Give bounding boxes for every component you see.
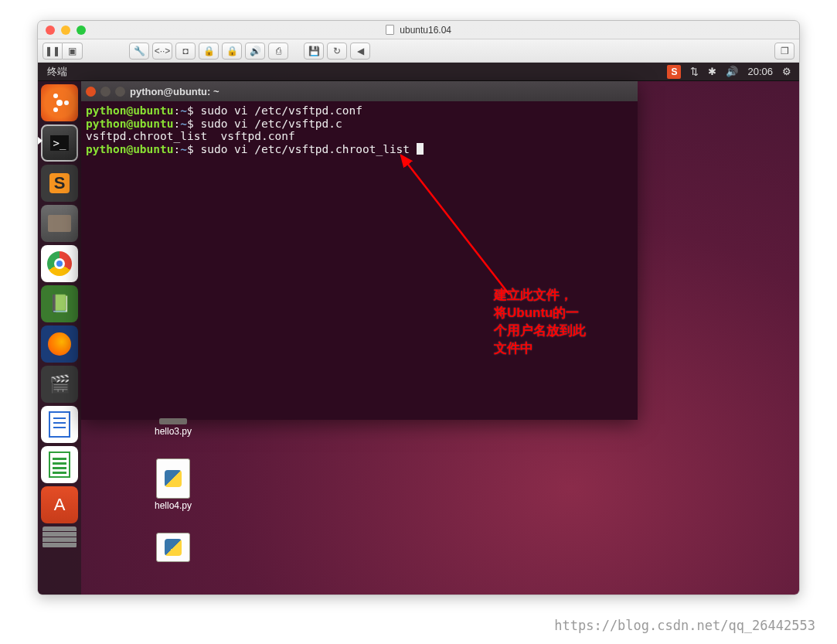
back-icon[interactable]: ◀ <box>350 43 370 60</box>
mac-toolbar: ❚❚ ▣ 🔧 <··> ◘ 🔒 🔒 🔊 ⎙ 💾 ↻ ◀ ❐ <box>38 39 799 63</box>
system-gear-icon[interactable]: ⚙ <box>782 66 791 77</box>
annotation-line: 个用户名放到此 <box>494 322 610 340</box>
terminal-line-4: sudo vi /etc/vsftpd.chroot_list <box>200 143 416 155</box>
floppy-icon[interactable]: 💾 <box>304 43 324 60</box>
document-icon <box>386 25 394 35</box>
window-stack-icon[interactable] <box>43 526 77 548</box>
svg-point-3 <box>53 107 58 112</box>
snapshot-button[interactable]: ▣ <box>63 43 83 60</box>
mac-titlebar[interactable]: ubuntu16.04 <box>38 21 799 39</box>
window-title-text: ubuntu16.04 <box>400 25 451 36</box>
chrome-launcher-icon[interactable] <box>41 245 78 282</box>
svg-point-1 <box>64 101 69 105</box>
terminal-close-icon[interactable] <box>86 87 96 97</box>
bluetooth-icon[interactable]: ✱ <box>708 66 716 77</box>
prompt-user: python <box>86 104 126 117</box>
python-file-icon <box>156 458 190 499</box>
file-edge-icon <box>159 418 187 424</box>
running-indicator-icon <box>38 137 43 145</box>
sublime-launcher-icon[interactable]: S <box>41 165 78 202</box>
prompt-host: ubuntu <box>133 104 173 117</box>
terminal-line-2: sudo vi /etc/vsftpd.c <box>200 118 342 130</box>
cursor <box>417 143 424 155</box>
firefox-launcher-icon[interactable] <box>41 325 78 363</box>
app-menu-title[interactable]: 终端 <box>43 65 72 79</box>
ubuntu-menubar: 终端 S ⇅ ✱ 🔊 20:06 ⚙ <box>38 63 799 81</box>
annotation-text: 建立此文件， 将Ubuntu的一 个用户名放到此 文件中 <box>494 287 610 358</box>
calc-launcher-icon[interactable] <box>41 446 78 483</box>
disk-icon[interactable]: ◘ <box>175 43 196 60</box>
books-launcher-icon[interactable]: 📗 <box>41 285 78 322</box>
svg-point-2 <box>53 94 58 98</box>
video-launcher-icon[interactable]: 🎬 <box>41 366 78 403</box>
terminal-window: python@ubuntu: ~ python@ubuntu:~$ sudo v… <box>81 81 638 420</box>
settings-wrench-icon[interactable]: 🔧 <box>129 43 149 60</box>
dash-icon[interactable] <box>41 84 78 121</box>
software-center-icon[interactable]: A <box>41 486 78 523</box>
window-title: ubuntu16.04 <box>38 25 799 36</box>
watermark-text: https://blog.csdn.net/qq_26442553 <box>554 618 815 633</box>
pause-button[interactable]: ❚❚ <box>43 43 63 60</box>
desktop-file-hello4[interactable]: hello4.py <box>138 458 208 511</box>
python-file-icon <box>156 533 190 562</box>
terminal-line-3: vsftpd.chroot_list vsftpd.conf <box>86 130 295 142</box>
network-icon[interactable]: <··> <box>152 43 172 60</box>
prompt-sep: $ <box>187 104 194 117</box>
desktop-icons: hello3.py hello4.py <box>138 418 208 584</box>
file-label: hello3.py <box>138 426 208 437</box>
terminal-maximize-icon[interactable] <box>115 87 125 97</box>
desktop-file-hello3[interactable]: hello3.py <box>138 418 208 437</box>
terminal-line-1: sudo vi /etc/vsftpd.conf <box>200 104 362 117</box>
annotation-line: 建立此文件， <box>494 287 610 305</box>
sound-icon[interactable]: 🔊 <box>245 43 265 60</box>
terminal-titlebar[interactable]: python@ubuntu: ~ <box>81 81 638 101</box>
mac-vm-window: ubuntu16.04 ❚❚ ▣ 🔧 <··> ◘ 🔒 🔒 🔊 ⎙ 💾 ↻ ◀ … <box>37 20 800 595</box>
file-label: hello4.py <box>138 500 208 511</box>
files-launcher-icon[interactable] <box>41 205 78 242</box>
lock1-icon[interactable]: 🔒 <box>199 43 219 60</box>
terminal-launcher-icon[interactable]: >_ <box>41 124 78 162</box>
vm-screen: 终端 S ⇅ ✱ 🔊 20:06 ⚙ >_ S 📗 🎬 <box>38 63 799 595</box>
cycle-icon[interactable]: ↻ <box>327 43 347 60</box>
lock2-icon[interactable]: 🔒 <box>222 43 242 60</box>
volume-icon[interactable]: 🔊 <box>726 66 738 77</box>
desktop-file-partial[interactable] <box>138 533 208 562</box>
clock[interactable]: 20:06 <box>747 66 773 77</box>
annotation-line: 将Ubuntu的一 <box>494 305 610 322</box>
network-updown-icon[interactable]: ⇅ <box>690 66 699 77</box>
windowed-mode-icon[interactable]: ❐ <box>774 43 794 60</box>
terminal-body[interactable]: python@ubuntu:~$ sudo vi /etc/vsftpd.con… <box>81 101 638 159</box>
writer-launcher-icon[interactable] <box>41 406 78 443</box>
terminal-minimize-icon[interactable] <box>100 87 111 97</box>
prompt-path: ~ <box>180 104 187 117</box>
ime-sogou-icon[interactable]: S <box>667 65 681 79</box>
usb-icon[interactable]: ⎙ <box>268 43 288 60</box>
svg-point-0 <box>56 100 63 106</box>
terminal-title-text: python@ubuntu: ~ <box>130 86 219 97</box>
unity-launcher: >_ S 📗 🎬 A <box>38 81 81 595</box>
annotation-line: 文件中 <box>494 340 610 358</box>
